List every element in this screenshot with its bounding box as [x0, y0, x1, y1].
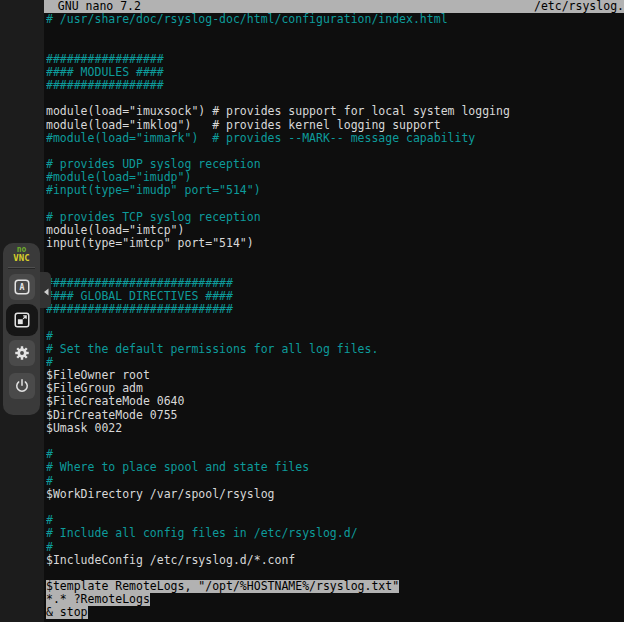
vnc-control-panel: no VNC A — [3, 243, 40, 415]
terminal-line: # — [46, 356, 624, 369]
nano-titlebar: GNU nano 7.2 /etc/rsyslog. — [44, 0, 624, 13]
terminal-line: # — [46, 448, 624, 461]
terminal-line: # — [46, 541, 624, 554]
terminal-line: # — [46, 475, 624, 488]
panel-divider — [8, 267, 35, 269]
terminal-line: input(type="imtcp" port="514") — [46, 237, 624, 250]
terminal-line — [46, 26, 624, 39]
fullscreen-icon — [13, 311, 31, 329]
terminal-line — [46, 39, 624, 52]
terminal-line: # provides UDP syslog reception — [46, 158, 624, 171]
novnc-logo: no VNC — [13, 246, 29, 262]
keyboard-button[interactable]: A — [9, 274, 35, 300]
terminal-line: #input(type="imudp" port="514") — [46, 184, 624, 197]
terminal-line — [46, 145, 624, 158]
panel-collapse-handle[interactable] — [40, 272, 51, 308]
fullscreen-button[interactable] — [9, 307, 35, 333]
terminal-line: # — [46, 330, 624, 343]
terminal-line: $FileCreateMode 0640 — [46, 395, 624, 408]
terminal-line: $Umask 0022 — [46, 422, 624, 435]
settings-button[interactable] — [9, 340, 35, 366]
nano-filename-label: /etc/rsyslog. — [534, 0, 624, 13]
terminal-line: $template RemoteLogs, "/opt/%HOSTNAME%/r… — [46, 580, 624, 593]
settings-gear-icon — [13, 344, 31, 362]
terminal-line: & stop — [46, 606, 624, 619]
terminal-line: *.* ?RemoteLogs — [46, 593, 624, 606]
terminal-line: # Set the default permissions for all lo… — [46, 343, 624, 356]
terminal-line — [46, 198, 624, 211]
terminal-line: $DirCreateMode 0755 — [46, 409, 624, 422]
terminal-line — [46, 567, 624, 580]
terminal-line: ########################### — [46, 303, 624, 316]
terminal-screen[interactable]: GNU nano 7.2 /etc/rsyslog. # /usr/share/… — [44, 0, 624, 622]
terminal-line: ########################### — [46, 277, 624, 290]
terminal-line: #### GLOBAL DIRECTIVES #### — [46, 290, 624, 303]
terminal-line: $WorkDirectory /var/spool/rsyslog — [46, 488, 624, 501]
terminal-line — [46, 316, 624, 329]
terminal-line — [46, 92, 624, 105]
terminal-line: module(load="imtcp") — [46, 224, 624, 237]
svg-text:A: A — [19, 282, 24, 292]
nano-version-label: GNU nano 7.2 — [44, 0, 141, 13]
terminal-line: module(load="imklog") # provides kernel … — [46, 119, 624, 132]
power-button[interactable] — [9, 373, 35, 399]
terminal-line: # — [46, 514, 624, 527]
terminal-line: #module(load="immark") # provides --MARK… — [46, 132, 624, 145]
power-icon — [13, 377, 31, 395]
terminal-line: $IncludeConfig /etc/rsyslog.d/*.conf — [46, 554, 624, 567]
terminal-line: $FileGroup adm — [46, 382, 624, 395]
terminal-line — [46, 250, 624, 263]
terminal-body: # /usr/share/doc/rsyslog-doc/html/config… — [44, 13, 624, 620]
novnc-logo-bottom: VNC — [13, 254, 29, 262]
terminal-line: $FileOwner root — [46, 369, 624, 382]
terminal-line: # provides TCP syslog reception — [46, 211, 624, 224]
terminal-line: #### MODULES #### — [46, 66, 624, 79]
collapse-left-arrow-icon — [43, 281, 49, 300]
terminal-line: # Include all config files in /etc/rsysl… — [46, 527, 624, 540]
terminal-line: # /usr/share/doc/rsyslog-doc/html/config… — [46, 13, 624, 26]
terminal-line: module(load="imuxsock") # provides suppo… — [46, 105, 624, 118]
terminal-line — [46, 435, 624, 448]
terminal-line: # Where to place spool and state files — [46, 461, 624, 474]
keyboard-icon: A — [13, 278, 31, 296]
vnc-desktop: { "colors": { "page_bg": "#1c1c1c", "ter… — [0, 0, 624, 622]
terminal-line: ################# — [46, 53, 624, 66]
terminal-line: #module(load="imudp") — [46, 171, 624, 184]
terminal-line — [46, 264, 624, 277]
terminal-line — [46, 501, 624, 514]
terminal-line: ################# — [46, 79, 624, 92]
